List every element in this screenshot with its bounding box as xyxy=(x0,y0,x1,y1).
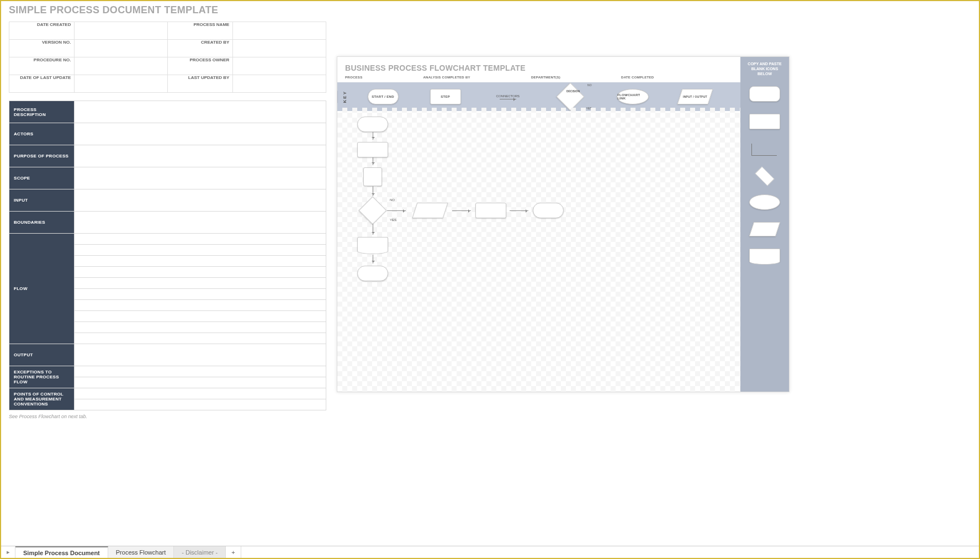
section-label: POINTS OF CONTROL AND MEASUREMENT CONVEN… xyxy=(9,388,75,410)
fc-header: PROCESS xyxy=(345,76,362,79)
meta-label: CREATED BY xyxy=(167,40,232,57)
canvas-start[interactable] xyxy=(357,117,388,132)
flowchart-title: BUSINESS PROCESS FLOWCHART TEMPLATE xyxy=(337,57,789,76)
section-cell[interactable] xyxy=(75,377,326,388)
meta-label: PROCEDURE NO. xyxy=(9,57,75,75)
flowchart-panel: BUSINESS PROCESS FLOWCHART TEMPLATE PROC… xyxy=(337,56,790,392)
meta-value[interactable] xyxy=(233,40,326,57)
section-label: PROCESS DESCRIPTION xyxy=(9,101,75,123)
section-cell[interactable] xyxy=(75,245,326,256)
section-cell[interactable] xyxy=(75,189,326,212)
canvas-yes: YES xyxy=(390,218,396,222)
canvas-arrow xyxy=(373,157,373,165)
section-table: PROCESS DESCRIPTION ACTORS PURPOSE OF PR… xyxy=(9,101,326,410)
canvas-arrow xyxy=(373,224,373,235)
palette-start-end[interactable] xyxy=(749,86,780,102)
step-shape: STEP xyxy=(430,89,461,104)
meta-label: PROCESS OWNER xyxy=(167,57,232,75)
canvas-decision[interactable] xyxy=(359,197,387,225)
meta-value[interactable] xyxy=(75,75,168,93)
section-label: SCOPE xyxy=(9,167,75,189)
canvas-end[interactable] xyxy=(533,203,564,218)
meta-table: DATE CREATED PROCESS NAME VERSION NO. CR… xyxy=(9,22,326,93)
meta-value[interactable] xyxy=(233,57,326,75)
section-cell[interactable] xyxy=(75,101,326,123)
meta-label: DATE OF LAST UPDATE xyxy=(9,75,75,93)
palette-decision[interactable] xyxy=(748,170,781,182)
canvas-io[interactable] xyxy=(412,203,448,218)
canvas-arrow xyxy=(452,210,471,211)
shape-palette: COPY AND PASTE BLANK ICONS BELOW xyxy=(740,57,789,392)
canvas-arrow xyxy=(387,210,406,211)
meta-label: LAST UPDATED BY xyxy=(167,75,232,93)
palette-step[interactable] xyxy=(749,114,780,129)
canvas-arrow xyxy=(510,210,528,211)
section-label: ACTORS xyxy=(9,123,75,145)
palette-flow-link[interactable] xyxy=(749,194,780,210)
section-label: EXCEPTIONS TO ROUTINE PROCESS FLOW xyxy=(9,366,75,388)
section-cell[interactable] xyxy=(75,145,326,167)
tab-process-flowchart[interactable]: Process Flowchart xyxy=(108,546,174,558)
meta-value[interactable] xyxy=(233,75,326,93)
start-end-shape: START / END xyxy=(368,89,399,104)
section-cell[interactable] xyxy=(75,388,326,399)
canvas-step-large[interactable] xyxy=(363,167,382,186)
palette-io[interactable] xyxy=(749,222,780,236)
section-label: FLOW xyxy=(9,234,75,344)
meta-label: PROCESS NAME xyxy=(167,22,232,40)
section-label: INPUT xyxy=(9,189,75,212)
section-cell[interactable] xyxy=(75,366,326,377)
palette-document[interactable] xyxy=(749,249,780,262)
section-cell[interactable] xyxy=(75,300,326,311)
meta-value[interactable] xyxy=(233,22,326,40)
footnote: See Process Flowchart on next tab. xyxy=(9,414,326,419)
section-cell[interactable] xyxy=(75,234,326,245)
meta-value[interactable] xyxy=(75,22,168,40)
section-cell[interactable] xyxy=(75,399,326,410)
canvas-document[interactable] xyxy=(357,237,388,251)
section-label: PURPOSE OF PROCESS xyxy=(9,145,75,167)
add-sheet-button[interactable]: + xyxy=(226,546,241,558)
palette-header: COPY AND PASTE BLANK ICONS BELOW xyxy=(740,57,789,81)
palette-connector[interactable] xyxy=(749,141,780,158)
section-cell[interactable] xyxy=(75,344,326,366)
arrow-icon xyxy=(500,99,516,99)
section-cell[interactable] xyxy=(75,123,326,145)
canvas-step[interactable] xyxy=(357,142,388,157)
canvas-arrow xyxy=(373,186,373,196)
section-cell[interactable] xyxy=(75,333,326,344)
canvas-step[interactable] xyxy=(475,203,506,218)
canvas-arrow xyxy=(373,132,373,140)
meta-label: VERSION NO. xyxy=(9,40,75,57)
fc-header: DATE COMPLETED xyxy=(621,76,654,79)
canvas-arrow xyxy=(373,255,373,263)
section-cell[interactable] xyxy=(75,311,326,322)
decision-shape: DECISION xyxy=(557,83,585,111)
section-cell[interactable] xyxy=(75,322,326,333)
doc-title: SIMPLE PROCESS DOCUMENT TEMPLATE xyxy=(9,4,326,16)
tab-simple-process[interactable]: Simple Process Document xyxy=(15,546,108,558)
fc-header: ANALYSIS COMPLETED BY xyxy=(423,76,470,79)
section-cell[interactable] xyxy=(75,278,326,289)
tab-disclaimer[interactable]: - Disclaimer - xyxy=(174,546,226,558)
canvas-end[interactable] xyxy=(357,266,388,281)
section-cell[interactable] xyxy=(75,167,326,189)
section-label: OUTPUT xyxy=(9,344,75,366)
flowchart-canvas[interactable]: NO YES xyxy=(337,108,740,392)
section-cell[interactable] xyxy=(75,256,326,267)
canvas-no: NO xyxy=(390,198,395,202)
fc-header: DEPARTMENT(S) xyxy=(531,76,560,79)
decision-no: NO xyxy=(587,83,592,87)
tab-nav-prev[interactable]: ▸ xyxy=(1,546,15,558)
section-cell[interactable] xyxy=(75,267,326,278)
meta-value[interactable] xyxy=(75,40,168,57)
key-bar: KEY START / END STEP CONNECTORS NO DECIS… xyxy=(337,82,789,111)
meta-value[interactable] xyxy=(75,57,168,75)
key-label: KEY xyxy=(337,91,352,103)
meta-label: DATE CREATED xyxy=(9,22,75,40)
flowchart-headers: PROCESS ANALYSIS COMPLETED BY DEPARTMENT… xyxy=(337,76,789,82)
section-cell[interactable] xyxy=(75,289,326,300)
flow-link-shape: FLOWCHART LINK xyxy=(617,89,649,104)
process-document-panel: SIMPLE PROCESS DOCUMENT TEMPLATE DATE CR… xyxy=(9,4,326,419)
section-cell[interactable] xyxy=(75,212,326,234)
